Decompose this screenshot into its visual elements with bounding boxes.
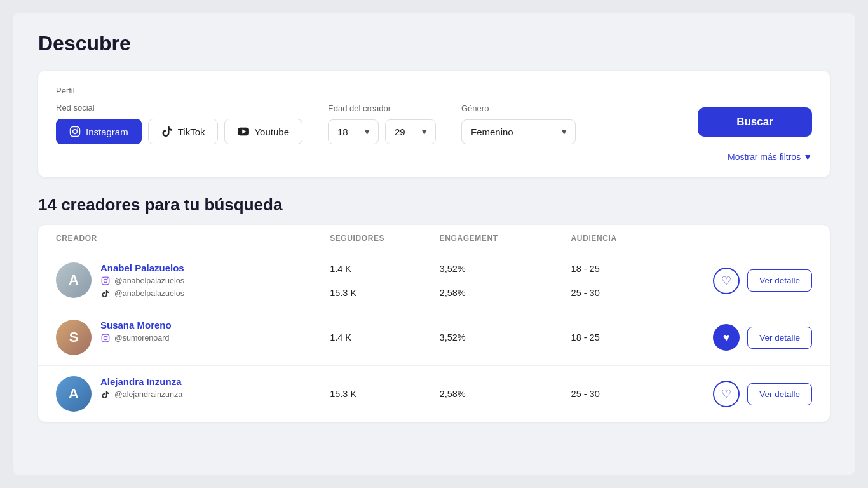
more-filters-row: Mostrar más filtros ▼ <box>56 152 812 162</box>
avatar-anabel: A <box>56 262 92 298</box>
engagement-cell-anabel: 3,52% 2,58% <box>440 264 571 298</box>
creator-cell-alejandra: A Alejandra Inzunza @alejandrainzunza <box>56 376 330 412</box>
svg-point-1 <box>73 130 78 134</box>
header-audiencia: AUDIENCIA <box>571 234 703 243</box>
table-row: A Anabel Palazuelos @anabelpalazuelos @a… <box>38 252 830 309</box>
creator-name-anabel[interactable]: Anabel Palazuelos <box>100 262 184 273</box>
table-row: A Alejandra Inzunza @alejandrainzunza 15… <box>38 366 830 422</box>
buscar-button[interactable]: Buscar <box>698 107 812 137</box>
header-actions <box>703 234 812 243</box>
svg-point-2 <box>77 128 78 130</box>
header-seguidores: SEGUIDORES <box>330 234 439 243</box>
creator-name-susana[interactable]: Susana Moreno <box>100 320 172 330</box>
header-creador: CREADOR <box>56 234 330 243</box>
svg-rect-5 <box>102 277 109 285</box>
youtube-label: Youtube <box>254 126 289 137</box>
tiktok-button[interactable]: TikTok <box>148 119 219 144</box>
handle-text-susana-ig: @sumorenoard <box>114 334 169 342</box>
creator-info-susana: Susana Moreno @sumorenoard <box>100 320 172 343</box>
header-engagement: ENGAGEMENT <box>440 234 571 243</box>
followers-cell-anabel: 1.4 K 15.3 K <box>330 264 439 298</box>
followers-cell-alejandra: 15.3 K <box>330 389 439 399</box>
age-from-select[interactable]: 18 21 25 <box>328 119 379 144</box>
red-social-label: Red social <box>56 103 302 112</box>
handle-text-alejandra-tt: @alejandrainzunza <box>114 390 182 399</box>
page-title: Descubre <box>38 32 830 55</box>
more-filters-chevron-icon: ▼ <box>803 152 812 162</box>
table-header: CREADOR SEGUIDORES ENGAGEMENT AUDIENCIA <box>38 225 830 252</box>
creator-cell-susana: S Susana Moreno @sumorenoard <box>56 320 330 355</box>
creator-handle-instagram-susana: @sumorenoard <box>100 333 172 343</box>
audiencia-cell-alejandra: 25 - 30 <box>571 389 703 399</box>
genero-select[interactable]: Femenino Masculino Todos <box>461 119 576 144</box>
handle-text-anabel-ig: @anabelpalazuelos <box>114 276 184 285</box>
handle-text-anabel-tt: @anabelpalazuelos <box>114 289 184 298</box>
actions-cell-anabel: ♡ Ver detalle <box>703 268 812 294</box>
tiktok-platform-icon <box>100 288 111 299</box>
results-table: CREADOR SEGUIDORES ENGAGEMENT AUDIENCIA … <box>38 225 830 422</box>
actions-cell-susana: ♥ Ver detalle <box>703 324 812 351</box>
instagram-label: Instagram <box>86 126 128 137</box>
svg-point-9 <box>104 336 107 339</box>
creator-handle-tiktok-anabel: @anabelpalazuelos <box>100 288 184 299</box>
genero-label: Género <box>461 104 576 113</box>
heart-button-anabel[interactable]: ♡ <box>713 268 740 294</box>
ver-detalle-button-alejandra[interactable]: Ver detalle <box>747 383 812 405</box>
youtube-button[interactable]: Youtube <box>224 119 302 144</box>
svg-rect-8 <box>102 334 109 342</box>
svg-point-7 <box>107 278 108 279</box>
audiencia-cell-anabel: 18 - 25 25 - 30 <box>571 264 703 298</box>
creator-handle-instagram-anabel: @anabelpalazuelos <box>100 276 184 286</box>
table-row: S Susana Moreno @sumorenoard 1.4 K 3,52% <box>38 309 830 366</box>
perfil-label: Perfil <box>56 86 685 95</box>
filter-right: Buscar <box>698 86 812 137</box>
more-filters-label: Mostrar más filtros <box>728 152 801 162</box>
age-to-select[interactable]: 29 35 45 <box>385 119 436 144</box>
tiktok-platform-icon-alejandra <box>100 390 111 400</box>
actions-cell-alejandra: ♡ Ver detalle <box>703 381 812 407</box>
creator-info-anabel: Anabel Palazuelos @anabelpalazuelos @ana… <box>100 262 184 299</box>
instagram-platform-icon-susana <box>100 333 111 343</box>
creator-handle-tiktok-alejandra: @alejandrainzunza <box>100 390 182 400</box>
engagement-cell-alejandra: 2,58% <box>440 389 571 399</box>
instagram-platform-icon <box>100 276 111 286</box>
tiktok-label: TikTok <box>178 126 205 137</box>
creator-name-alejandra[interactable]: Alejandra Inzunza <box>100 376 182 387</box>
ver-detalle-button-anabel[interactable]: Ver detalle <box>747 269 812 292</box>
avatar-susana: S <box>56 320 92 355</box>
age-to-wrapper: 29 35 45 ▼ <box>385 119 436 144</box>
genero-wrapper: Femenino Masculino Todos ▼ <box>461 119 576 144</box>
instagram-button[interactable]: Instagram <box>56 119 142 144</box>
avatar-alejandra: A <box>56 376 92 412</box>
ver-detalle-button-susana[interactable]: Ver detalle <box>747 327 812 349</box>
svg-point-6 <box>104 279 107 282</box>
followers-cell-susana: 1.4 K <box>330 332 439 342</box>
filter-card: Perfil Red social <box>38 71 830 177</box>
youtube-icon <box>238 126 249 137</box>
engagement-cell-susana: 3,52% <box>440 332 571 342</box>
instagram-icon <box>69 126 81 137</box>
results-summary: 14 creadores para tu búsqueda <box>38 195 830 215</box>
heart-button-alejandra[interactable]: ♡ <box>713 381 740 407</box>
more-filters-link[interactable]: Mostrar más filtros ▼ <box>728 152 812 162</box>
age-from-wrapper: 18 21 25 ▼ <box>328 119 379 144</box>
age-range-group: 18 21 25 ▼ 29 35 45 <box>328 119 436 144</box>
social-buttons-group: Instagram TikTok <box>56 119 302 144</box>
edad-label: Edad del creador <box>328 104 436 113</box>
heart-button-susana[interactable]: ♥ <box>713 324 740 351</box>
creator-cell-anabel: A Anabel Palazuelos @anabelpalazuelos @a… <box>56 262 330 299</box>
svg-point-10 <box>107 336 108 336</box>
tiktok-icon <box>161 126 173 137</box>
audiencia-cell-susana: 18 - 25 <box>571 332 703 342</box>
svg-rect-0 <box>71 127 80 137</box>
creator-info-alejandra: Alejandra Inzunza @alejandrainzunza <box>100 376 182 400</box>
